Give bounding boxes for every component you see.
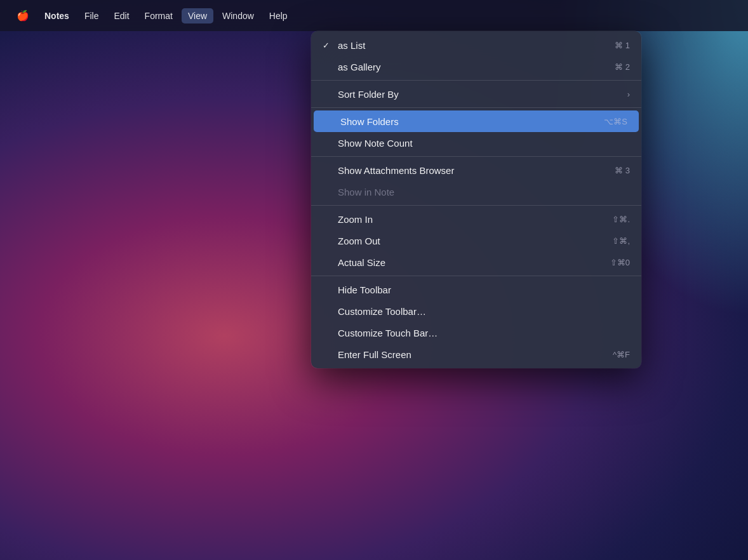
menu-item-hide-toolbar[interactable]: Hide Toolbar: [311, 279, 641, 300]
menu-divider-10: [311, 205, 641, 206]
menu-shortcut-as-list: ⌘ 1: [615, 41, 630, 50]
window-menu[interactable]: Window: [216, 8, 260, 23]
menu-item-actual-size[interactable]: Actual Size⇧⌘0: [311, 251, 641, 273]
menu-label-zoom-in: Zoom In: [338, 214, 373, 225]
menu-shortcut-as-gallery: ⌘ 2: [615, 62, 630, 72]
menu-label-as-gallery: as Gallery: [338, 62, 381, 72]
menu-item-show-in-note: Show in Note: [311, 181, 641, 203]
format-menu[interactable]: Format: [138, 8, 179, 23]
menu-item-show-folders[interactable]: Show Folders⌥⌘S: [314, 110, 639, 132]
menu-check-as-list: ✓: [323, 41, 333, 50]
menu-label-hide-toolbar: Hide Toolbar: [338, 284, 391, 295]
menu-label-show-folders: Show Folders: [340, 116, 399, 127]
notes-menu[interactable]: Notes: [38, 8, 76, 23]
menu-shortcut-show-folders: ⌥⌘S: [604, 117, 627, 126]
menu-shortcut-zoom-in: ⇧⌘.: [612, 215, 630, 224]
menu-label-enter-full-screen: Enter Full Screen: [338, 349, 411, 360]
menu-label-zoom-out: Zoom Out: [338, 236, 380, 246]
help-menu[interactable]: Help: [263, 8, 294, 23]
menu-shortcut-zoom-out: ⇧⌘,: [612, 236, 630, 246]
menu-label-customize-toolbar: Customize Toolbar…: [338, 306, 426, 317]
file-menu[interactable]: File: [78, 8, 105, 23]
menu-divider-14: [311, 276, 641, 276]
menu-divider-4: [311, 107, 641, 108]
menu-item-zoom-in[interactable]: Zoom In⇧⌘.: [311, 208, 641, 230]
menu-label-actual-size: Actual Size: [338, 257, 385, 268]
menu-label-sort-folder-by: Sort Folder By: [338, 89, 399, 100]
menu-label-show-attachments-browser: Show Attachments Browser: [338, 165, 454, 176]
menu-item-as-list[interactable]: ✓as List⌘ 1: [311, 34, 641, 56]
menu-item-customize-touch-bar[interactable]: Customize Touch Bar…: [311, 322, 641, 343]
menubar: 🍎 Notes File Edit Format View Window Hel…: [0, 0, 748, 31]
view-menu[interactable]: View: [182, 8, 213, 23]
menu-item-zoom-out[interactable]: Zoom Out⇧⌘,: [311, 230, 641, 251]
menu-divider-7: [311, 156, 641, 157]
menu-item-show-note-count[interactable]: Show Note Count: [311, 132, 641, 154]
view-dropdown-menu: ✓as List⌘ 1as Gallery⌘ 2Sort Folder By›S…: [311, 31, 641, 368]
menu-label-customize-touch-bar: Customize Touch Bar…: [338, 328, 437, 338]
menu-item-enter-full-screen[interactable]: Enter Full Screen^⌘F: [311, 343, 641, 365]
menu-label-show-note-count: Show Note Count: [338, 138, 413, 149]
menu-shortcut-show-attachments-browser: ⌘ 3: [615, 166, 630, 175]
apple-menu[interactable]: 🍎: [10, 7, 36, 24]
menu-item-customize-toolbar[interactable]: Customize Toolbar…: [311, 300, 641, 322]
menu-label-show-in-note: Show in Note: [338, 187, 394, 197]
menu-shortcut-enter-full-screen: ^⌘F: [613, 350, 630, 359]
menu-label-as-list: as List: [338, 40, 365, 51]
menu-item-sort-folder-by[interactable]: Sort Folder By›: [311, 83, 641, 105]
menu-shortcut-actual-size: ⇧⌘0: [610, 258, 630, 267]
edit-menu[interactable]: Edit: [107, 8, 135, 23]
menu-item-as-gallery[interactable]: as Gallery⌘ 2: [311, 56, 641, 77]
menu-divider-2: [311, 80, 641, 81]
menu-shortcut-sort-folder-by: ›: [627, 90, 630, 99]
menu-item-show-attachments-browser[interactable]: Show Attachments Browser⌘ 3: [311, 159, 641, 181]
